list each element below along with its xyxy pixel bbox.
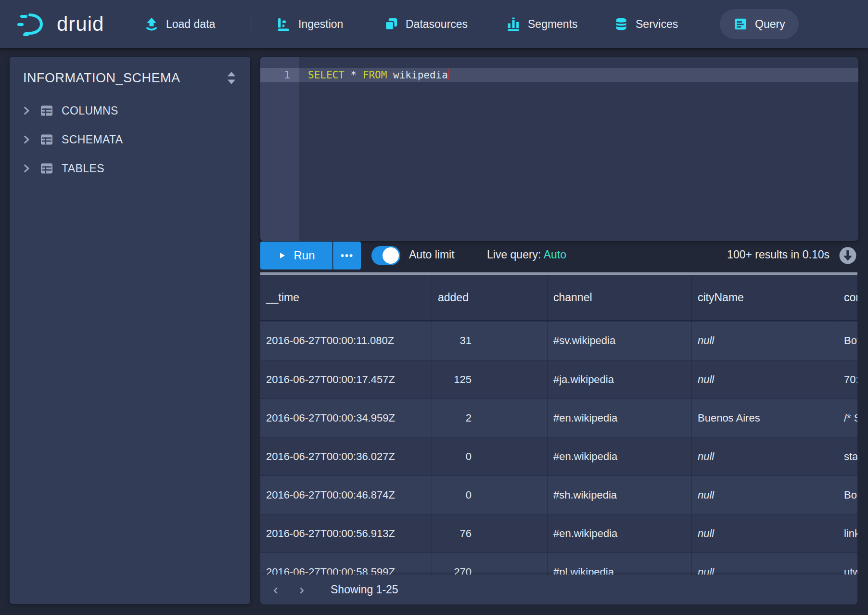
table-cell[interactable]: 2 bbox=[432, 399, 547, 437]
results-table: __timeaddedchannelcityNamecomment 2016-0… bbox=[260, 275, 857, 604]
sidebar-header: INFORMATION_SCHEMA bbox=[10, 57, 250, 99]
navbar-divider bbox=[709, 14, 709, 34]
run-button-label: Run bbox=[294, 249, 315, 262]
table-cell[interactable]: 2016-06-27T00:00:11.080Z bbox=[260, 321, 432, 360]
auto-limit-label: Auto limit bbox=[409, 248, 455, 261]
table-row: 2016-06-27T00:00:36.027Z0#en.wikipedianu… bbox=[260, 437, 857, 475]
download-icon[interactable] bbox=[839, 246, 857, 265]
table-grid-icon bbox=[39, 132, 54, 147]
tree-item-tables[interactable]: TABLES bbox=[10, 154, 250, 183]
druid-logo[interactable]: druid bbox=[17, 0, 104, 48]
table-cell[interactable]: Bot bbox=[838, 476, 857, 514]
ingestion-icon bbox=[277, 17, 291, 31]
tree-item-label: SCHEMATA bbox=[62, 133, 123, 146]
nav-item-label: Services bbox=[636, 18, 678, 31]
nav-item-load-data[interactable]: Load data bbox=[144, 0, 215, 48]
table-cell[interactable]: #en.wikipedia bbox=[547, 514, 691, 552]
tree-item-columns[interactable]: COLUMNS bbox=[10, 96, 250, 125]
live-query-control: Live query: Auto bbox=[487, 248, 566, 261]
table-grid-icon bbox=[39, 103, 54, 118]
sql-code-line[interactable]: SELECT * FROM wikipedia bbox=[299, 68, 858, 82]
druid-logo-icon bbox=[17, 11, 49, 37]
previous-page-button[interactable]: ‹ bbox=[266, 580, 285, 599]
nav-item-label: Query bbox=[755, 18, 785, 31]
sort-double-caret-icon[interactable] bbox=[223, 69, 240, 87]
sql-editor[interactable]: 1 SELECT * FROM wikipedia bbox=[260, 57, 858, 241]
table-cell[interactable]: #en.wikipedia bbox=[547, 437, 691, 475]
query-icon bbox=[733, 17, 748, 31]
nav-item-query[interactable]: Query bbox=[720, 9, 799, 39]
chevron-right-icon bbox=[21, 163, 32, 174]
next-page-button[interactable]: › bbox=[292, 580, 311, 599]
table-row: 2016-06-27T00:00:11.080Z31#sv.wikipedian… bbox=[260, 321, 857, 360]
table-row: 2016-06-27T00:00:34.959Z2#en.wikipediaBu… bbox=[260, 398, 857, 437]
auto-limit-toggle[interactable] bbox=[371, 246, 400, 265]
chevron-right-icon bbox=[21, 134, 32, 145]
upload-icon bbox=[144, 17, 159, 31]
table-cell[interactable]: 2016-06-27T00:00:17.457Z bbox=[260, 360, 432, 398]
nav-item-ingestion[interactable]: Ingestion bbox=[277, 0, 343, 48]
table-cell[interactable]: null bbox=[691, 321, 838, 360]
table-cell[interactable]: Buenos Aires bbox=[691, 399, 838, 437]
table-cell[interactable]: null bbox=[691, 514, 838, 552]
nav-item-datasources[interactable]: Datasources bbox=[384, 0, 468, 48]
pagination-bar: ‹ › Showing 1-25 bbox=[260, 575, 857, 604]
table-cell[interactable]: /* S bbox=[838, 399, 857, 437]
play-icon bbox=[277, 251, 287, 260]
line-number: 1 bbox=[260, 68, 290, 82]
datasources-icon bbox=[384, 17, 398, 31]
segments-icon bbox=[506, 17, 521, 31]
table-cell[interactable]: 2016-06-27T00:00:34.959Z bbox=[260, 399, 432, 437]
sql-keyword: FROM bbox=[363, 69, 387, 81]
tree-item-schemata[interactable]: SCHEMATA bbox=[10, 125, 250, 154]
table-cell[interactable]: 125 bbox=[432, 360, 547, 398]
services-icon bbox=[614, 17, 628, 31]
nav-item-label: Segments bbox=[528, 18, 578, 31]
column-header-comment[interactable]: comment bbox=[838, 275, 857, 320]
table-cell[interactable]: null bbox=[691, 360, 838, 398]
table-cell[interactable]: null bbox=[691, 437, 838, 475]
brand-name: druid bbox=[57, 13, 104, 36]
nav-item-segments[interactable]: Segments bbox=[506, 0, 578, 48]
run-button[interactable]: Run bbox=[260, 242, 332, 269]
table-cell[interactable]: link bbox=[838, 514, 857, 552]
table-cell[interactable]: 2016-06-27T00:00:46.874Z bbox=[260, 476, 432, 514]
table-cell[interactable]: 2016-06-27T00:00:36.027Z bbox=[260, 437, 432, 475]
column-header-channel[interactable]: channel bbox=[547, 275, 691, 320]
schema-sidebar: INFORMATION_SCHEMA COLUMNS bbox=[10, 57, 250, 604]
table-cell[interactable]: 0 bbox=[432, 476, 547, 514]
table-row: 2016-06-27T00:00:46.874Z0#sh.wikipedianu… bbox=[260, 475, 857, 514]
nav-item-label: Datasources bbox=[406, 18, 468, 31]
table-cell[interactable]: Bot bbox=[838, 321, 857, 360]
table-cell[interactable]: 76 bbox=[432, 514, 547, 552]
pagination-status: Showing 1-25 bbox=[331, 583, 398, 596]
table-cell[interactable]: #ja.wikipedia bbox=[547, 360, 691, 398]
editor-gutter bbox=[260, 57, 299, 241]
nav-item-label: Ingestion bbox=[298, 18, 343, 31]
results-summary: 100+ results in 0.10s bbox=[727, 248, 830, 261]
schema-tree: COLUMNS SCHEMATA TABLE bbox=[10, 96, 250, 183]
table-row: 2016-06-27T00:00:17.457Z125#ja.wikipedia… bbox=[260, 360, 857, 398]
sql-table-name: wikipedia bbox=[393, 69, 448, 81]
table-cell[interactable]: #en.wikipedia bbox=[547, 399, 691, 437]
table-cell[interactable]: 2016-06-27T00:00:56.913Z bbox=[260, 514, 432, 552]
run-more-options-button[interactable]: ••• bbox=[332, 242, 361, 269]
table-cell[interactable]: #sh.wikipedia bbox=[547, 476, 691, 514]
column-header-__time[interactable]: __time bbox=[260, 275, 432, 320]
table-cell[interactable]: null bbox=[691, 476, 838, 514]
nav-item-services[interactable]: Services bbox=[614, 0, 678, 48]
table-cell[interactable]: 31 bbox=[432, 321, 547, 360]
column-header-cityName[interactable]: cityName bbox=[691, 275, 838, 320]
sql-keyword: SELECT bbox=[308, 69, 345, 81]
sql-star: * bbox=[351, 69, 357, 81]
table-grid-icon bbox=[39, 161, 54, 176]
table-cell[interactable]: 0 bbox=[432, 437, 547, 475]
column-header-added[interactable]: added bbox=[432, 275, 547, 320]
table-cell[interactable]: sta bbox=[838, 437, 857, 475]
table-header-row: __timeaddedchannelcityNamecomment bbox=[260, 275, 857, 321]
table-cell[interactable]: #sv.wikipedia bbox=[547, 321, 691, 360]
nav-item-label: Load data bbox=[166, 18, 215, 31]
navbar-divider bbox=[121, 14, 121, 34]
table-cell[interactable]: 70: bbox=[838, 360, 857, 398]
live-query-value[interactable]: Auto bbox=[544, 248, 566, 261]
